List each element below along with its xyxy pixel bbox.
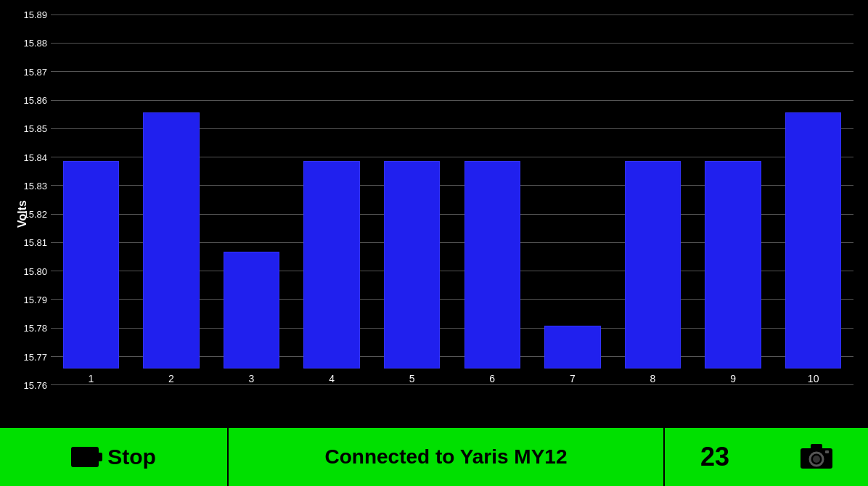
bar-group-2: 2 [131,15,212,384]
bar-group-6: 6 [452,15,533,384]
bar-x-label: 8 [650,373,656,384]
bar-x-label: 3 [249,373,255,384]
bar-x-label: 2 [168,373,174,384]
chart-inner: 15.8915.8815.8715.8615.8515.8415.8315.82… [51,15,853,384]
bar-group-4: 4 [292,15,372,384]
svg-rect-1 [811,444,822,450]
stop-button[interactable]: Stop [107,445,156,469]
bar [63,161,119,368]
bar [544,326,600,368]
bar-group-5: 5 [372,15,452,384]
svg-point-3 [813,456,820,463]
bar [224,252,279,368]
bar-group-7: 7 [533,15,613,384]
count-display: 23 [700,442,729,472]
bar-group-3: 3 [211,15,292,384]
bar-x-label: 6 [489,373,495,384]
camera-icon[interactable] [801,444,832,470]
battery-icon [71,447,99,467]
bar-group-9: 9 [693,15,774,384]
bar [785,112,841,368]
bar-group-1: 1 [51,15,131,384]
bar [384,161,440,368]
connected-text: Connected to Yaris MY12 [324,445,567,469]
bar [143,112,199,368]
bars-container: 12345678910 [51,15,853,384]
bar-x-label: 1 [88,373,94,384]
bar-x-label: 7 [570,373,576,384]
bar [705,161,761,368]
connected-section: Connected to Yaris MY12 [229,428,665,486]
chart-area: Volts 15.8915.8815.8715.8615.8515.8415.8… [0,0,868,428]
bottom-bar: Stop Connected to Yaris MY12 23 [0,428,868,486]
right-section: 23 [665,428,868,486]
stop-section: Stop [0,428,229,486]
bar-group-10: 10 [773,15,853,384]
svg-rect-4 [825,450,829,453]
bar [625,161,681,368]
bar-x-label: 5 [409,373,415,384]
bar-group-8: 8 [613,15,693,384]
bar [303,161,359,368]
bar-x-label: 4 [329,373,335,384]
bar [464,161,520,368]
bar-x-label: 9 [730,373,736,384]
bar-x-label: 10 [808,373,819,384]
